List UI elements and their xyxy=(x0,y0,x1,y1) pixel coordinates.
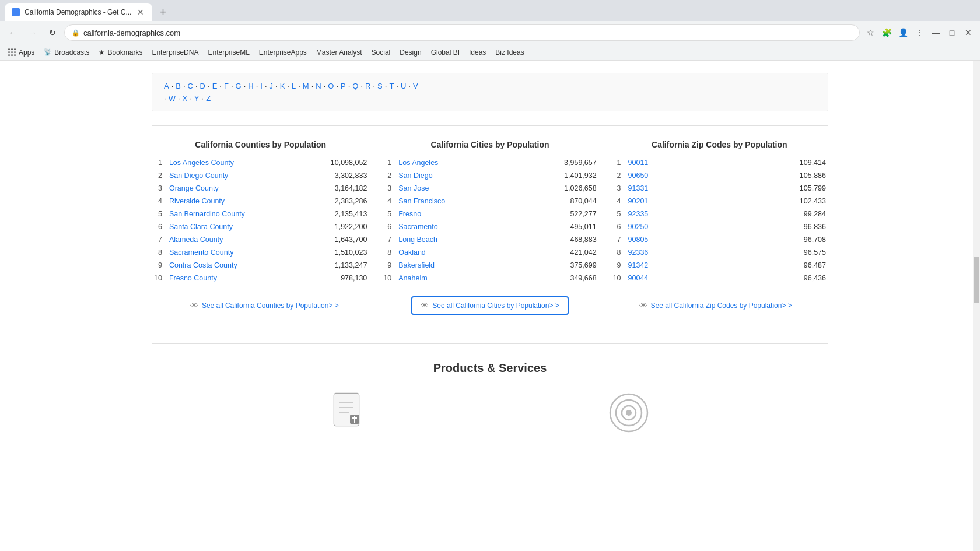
zipcode-cell[interactable]: 92335 xyxy=(626,208,716,220)
bookmark-bookmarks[interactable]: ★ Bookmarks xyxy=(95,47,146,58)
reload-button[interactable]: ↻ xyxy=(44,24,61,41)
alpha-link-b[interactable]: B xyxy=(176,82,181,90)
alpha-link-k[interactable]: K xyxy=(280,82,285,90)
name-cell[interactable]: Bakersfield xyxy=(396,259,514,272)
alpha-link-v[interactable]: V xyxy=(413,82,418,90)
county-link[interactable]: Santa Clara County xyxy=(169,223,233,231)
alpha-link-c[interactable]: C xyxy=(188,82,193,90)
zipcode-link[interactable]: 91342 xyxy=(628,261,649,269)
name-cell[interactable]: San Diego County xyxy=(167,169,301,182)
zipcode-cell[interactable]: 90011 xyxy=(626,156,716,169)
see-all-cities-link[interactable]: 👁 See all California Cities by Populatio… xyxy=(411,296,568,315)
city-link[interactable]: San Francisco xyxy=(398,197,445,205)
see-all-counties-link[interactable]: 👁 See all California Counties by Populat… xyxy=(184,297,345,314)
bookmark-social[interactable]: Social xyxy=(368,47,394,58)
name-cell[interactable]: Oakland xyxy=(396,246,514,259)
name-cell[interactable]: San Bernardino County xyxy=(167,208,301,220)
bookmark-enterpriseapps[interactable]: EnterpriseApps xyxy=(256,47,310,58)
scrollbar-thumb[interactable] xyxy=(974,257,979,303)
name-cell[interactable]: San Diego xyxy=(396,169,514,182)
zipcode-link[interactable]: 92336 xyxy=(628,248,649,257)
alpha-link-d[interactable]: D xyxy=(200,82,205,90)
new-tab-button[interactable]: + xyxy=(155,4,171,20)
city-link[interactable]: San Diego xyxy=(398,171,432,180)
alpha-link-f[interactable]: F xyxy=(224,82,229,90)
alpha-link-t[interactable]: T xyxy=(389,82,394,90)
alpha-link-l[interactable]: L xyxy=(292,82,296,90)
county-link[interactable]: Contra Costa County xyxy=(169,261,237,269)
name-cell[interactable]: Sacramento xyxy=(396,220,514,233)
active-tab[interactable]: California Demographics - Get C... ✕ xyxy=(5,3,152,21)
bookmark-enterprisedna[interactable]: EnterpriseDNA xyxy=(148,47,202,58)
zipcode-link[interactable]: 90805 xyxy=(628,236,649,244)
name-cell[interactable]: Contra Costa County xyxy=(167,259,301,272)
alpha-link-w[interactable]: W xyxy=(169,94,176,103)
forward-button[interactable]: → xyxy=(24,24,41,41)
city-link[interactable]: Oakland xyxy=(398,248,426,257)
name-cell[interactable]: Sacramento County xyxy=(167,246,301,259)
name-cell[interactable]: San Jose xyxy=(396,182,514,195)
bookmark-apps[interactable]: Apps xyxy=(5,47,38,58)
bookmark-enterpriseml[interactable]: EnterpriseML xyxy=(204,47,253,58)
alpha-link-s[interactable]: S xyxy=(377,82,383,90)
alpha-link-y[interactable]: Y xyxy=(194,94,200,103)
alpha-link-m[interactable]: M xyxy=(303,82,309,90)
zipcode-cell[interactable]: 90201 xyxy=(626,195,716,208)
zipcode-cell[interactable]: 90650 xyxy=(626,169,716,182)
city-link[interactable]: Fresno xyxy=(398,210,421,218)
bookmark-broadcasts[interactable]: 📡 Broadcasts xyxy=(40,47,93,58)
alpha-link-n[interactable]: N xyxy=(316,82,321,90)
zipcode-cell[interactable]: 91342 xyxy=(626,259,716,272)
alpha-link-i[interactable]: I xyxy=(260,82,262,90)
name-cell[interactable]: Los Angeles xyxy=(396,156,514,169)
name-cell[interactable]: San Francisco xyxy=(396,195,514,208)
alpha-link-j[interactable]: J xyxy=(270,82,274,90)
name-cell[interactable]: Orange County xyxy=(167,182,301,195)
back-button[interactable]: ← xyxy=(5,24,21,41)
maximize-button[interactable]: □ xyxy=(945,26,959,40)
alpha-link-p[interactable]: P xyxy=(341,82,346,90)
county-link[interactable]: San Bernardino County xyxy=(169,210,245,218)
zipcode-link[interactable]: 90250 xyxy=(628,223,649,231)
see-all-zipcodes-link[interactable]: 👁 See all California Zip Codes by Popula… xyxy=(634,297,798,314)
zipcode-link[interactable]: 90044 xyxy=(628,274,649,282)
county-link[interactable]: Fresno County xyxy=(169,274,217,282)
name-cell[interactable]: Fresno xyxy=(396,208,514,220)
zipcode-link[interactable]: 92335 xyxy=(628,210,649,218)
county-link[interactable]: San Diego County xyxy=(169,171,228,180)
zipcode-cell[interactable]: 91331 xyxy=(626,182,716,195)
extensions-icon[interactable]: 🧩 xyxy=(880,26,894,40)
name-cell[interactable]: Los Angeles County xyxy=(167,156,301,169)
tab-close-button[interactable]: ✕ xyxy=(136,6,145,18)
alpha-link-a[interactable]: A xyxy=(164,82,169,90)
city-link[interactable]: Sacramento xyxy=(398,223,438,231)
menu-icon[interactable]: ⋮ xyxy=(912,26,926,40)
bookmark-bizideas[interactable]: Biz Ideas xyxy=(492,47,527,58)
alpha-link-r[interactable]: R xyxy=(365,82,370,90)
city-link[interactable]: Long Beach xyxy=(398,236,438,244)
name-cell[interactable]: Fresno County xyxy=(167,272,301,285)
bookmark-globalbi[interactable]: Global BI xyxy=(428,47,463,58)
alpha-link-z[interactable]: Z xyxy=(206,94,211,103)
zipcode-link[interactable]: 91331 xyxy=(628,184,649,192)
scrollbar-track[interactable] xyxy=(973,61,980,551)
name-cell[interactable]: Santa Clara County xyxy=(167,220,301,233)
county-link[interactable]: Sacramento County xyxy=(169,248,233,257)
name-cell[interactable]: Alameda County xyxy=(167,233,301,246)
zipcode-cell[interactable]: 90044 xyxy=(626,272,716,285)
star-icon[interactable]: ☆ xyxy=(863,26,877,40)
alpha-link-h[interactable]: H xyxy=(248,82,253,90)
county-link[interactable]: Los Angeles County xyxy=(169,159,234,167)
bookmark-ideas[interactable]: Ideas xyxy=(466,47,489,58)
zipcode-cell[interactable]: 92336 xyxy=(626,246,716,259)
bookmark-masteranalyst[interactable]: Master Analyst xyxy=(313,47,366,58)
city-link[interactable]: Los Angeles xyxy=(398,159,438,167)
alpha-link-u[interactable]: U xyxy=(401,82,406,90)
city-link[interactable]: Bakersfield xyxy=(398,261,435,269)
zipcode-link[interactable]: 90201 xyxy=(628,197,649,205)
name-cell[interactable]: Long Beach xyxy=(396,233,514,246)
zipcode-link[interactable]: 90011 xyxy=(628,159,649,167)
address-bar[interactable]: 🔒 california-demographics.com xyxy=(64,24,860,41)
alpha-link-g[interactable]: G xyxy=(236,82,242,90)
minimize-button[interactable]: — xyxy=(929,26,943,40)
